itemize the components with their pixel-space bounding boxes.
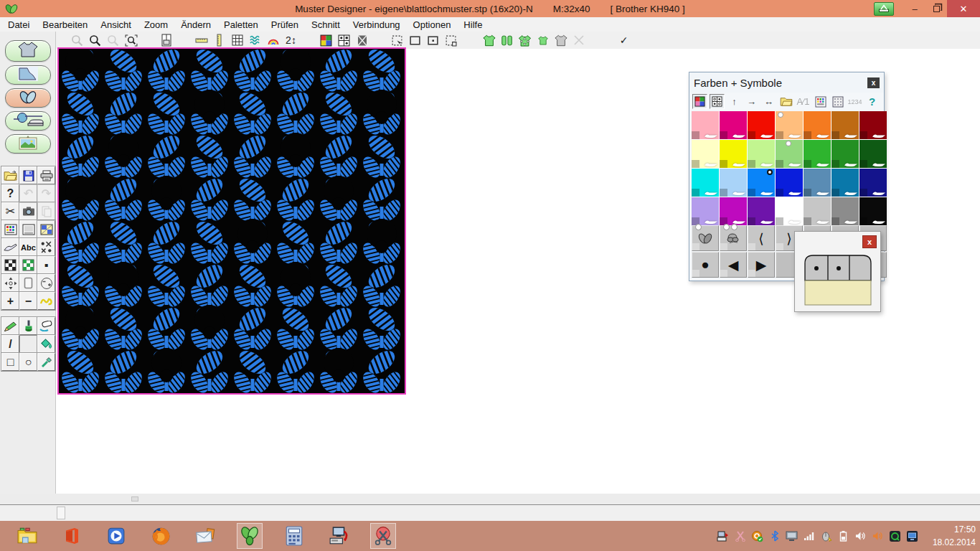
taskbar-app-mail-client[interactable] bbox=[192, 523, 218, 549]
minimize-button[interactable]: – bbox=[904, 0, 925, 17]
pattern-canvas[interactable] bbox=[59, 49, 405, 393]
color-swatch-r2c3[interactable] bbox=[748, 140, 775, 168]
tray-snip-tray-icon[interactable] bbox=[734, 530, 746, 542]
symbols-grid-icon[interactable] bbox=[710, 94, 725, 109]
arrow-swap-dots-icon[interactable]: ↔ bbox=[761, 94, 776, 109]
taskbar-app-pc-connect[interactable] bbox=[326, 523, 352, 549]
color-swatch-r3c7[interactable] bbox=[859, 169, 887, 197]
sort-rows-icon[interactable]: 2↕ bbox=[283, 32, 299, 48]
zoom-minus-icon[interactable]: − bbox=[19, 292, 37, 310]
machine-link-button[interactable] bbox=[874, 2, 894, 16]
color-swatch-r1c5[interactable] bbox=[804, 111, 831, 139]
palette-help-icon[interactable]: ? bbox=[864, 94, 880, 109]
taskbar-app-firefox[interactable] bbox=[148, 523, 174, 549]
color-swatch-r4c5[interactable] bbox=[804, 197, 831, 225]
color-swatch-r4c2[interactable] bbox=[720, 197, 747, 225]
color-swatch-r1c4[interactable] bbox=[776, 111, 803, 139]
menu-verbindung[interactable]: Verbindung bbox=[347, 17, 407, 32]
open-file-icon[interactable] bbox=[1, 166, 19, 184]
color-swatch-r2c1[interactable] bbox=[692, 140, 719, 168]
menu-optionen[interactable]: Optionen bbox=[407, 17, 458, 32]
taskbar-clock[interactable]: 17:50 18.02.2014 bbox=[923, 523, 976, 549]
image-import-button[interactable] bbox=[5, 134, 51, 154]
menu-andern[interactable]: Ändern bbox=[174, 17, 217, 32]
color-swatch-r1c7[interactable] bbox=[859, 111, 887, 139]
ellipse-tool-icon[interactable]: ○ bbox=[19, 353, 37, 371]
fill-bucket-icon[interactable] bbox=[37, 335, 55, 353]
color-swatch-r1c1[interactable] bbox=[692, 111, 719, 139]
rainbow-icon[interactable] bbox=[265, 32, 281, 48]
color-swatch-r3c4[interactable] bbox=[776, 169, 803, 197]
color-swatch-r1c3[interactable] bbox=[748, 111, 775, 139]
color-swatch-r2c4[interactable] bbox=[776, 140, 803, 168]
tray-battery-status-icon[interactable] bbox=[837, 530, 849, 542]
knit-waves-icon[interactable] bbox=[247, 32, 263, 48]
triangle-left-symbol[interactable]: ◀ bbox=[720, 252, 747, 278]
frame-tool-icon[interactable] bbox=[19, 274, 37, 292]
grid-colors-icon[interactable] bbox=[813, 94, 828, 109]
menu-bearbeiten[interactable]: Bearbeiten bbox=[36, 17, 94, 32]
garment-move-icon[interactable] bbox=[517, 32, 533, 48]
snapshot-icon[interactable] bbox=[19, 202, 37, 220]
garment-small-icon[interactable] bbox=[534, 32, 551, 48]
taskbar-app-snipping-tool[interactable] bbox=[370, 523, 396, 549]
tray-media-agent-icon[interactable] bbox=[889, 530, 901, 542]
color-swatch-r3c3[interactable] bbox=[748, 169, 775, 197]
color-swatch-r4c1[interactable] bbox=[692, 197, 719, 225]
folder-open-icon[interactable] bbox=[778, 94, 793, 109]
carriage-symbol[interactable] bbox=[720, 225, 747, 251]
menu-schnitt[interactable]: Schnitt bbox=[305, 17, 347, 32]
shape-editor-button[interactable] bbox=[5, 65, 51, 85]
check-ok-icon[interactable]: ✓ bbox=[616, 32, 632, 48]
tray-loudspeaker-icon[interactable] bbox=[872, 530, 884, 542]
palette-colors-small-icon[interactable] bbox=[1, 220, 19, 238]
palette-plain-small-icon[interactable] bbox=[19, 220, 37, 238]
symbol-tools-icon[interactable] bbox=[37, 238, 55, 256]
palette-titlebar[interactable]: Farben + Symbole x bbox=[689, 72, 884, 93]
dot-symbol[interactable]: ● bbox=[692, 252, 719, 278]
taskbar-app-media-player[interactable] bbox=[103, 523, 129, 549]
menu-datei[interactable]: Datei bbox=[1, 17, 36, 32]
arrow-up-dots-icon[interactable]: ↑ bbox=[727, 94, 742, 109]
garment-gray-icon[interactable] bbox=[552, 32, 569, 48]
ruler-vertical-icon[interactable] bbox=[211, 32, 227, 48]
palette-close-button[interactable]: x bbox=[867, 77, 880, 88]
cabinet-icon[interactable] bbox=[158, 32, 174, 48]
line-tool-icon[interactable]: / bbox=[1, 335, 19, 353]
angle-left-symbol[interactable]: ⟨ bbox=[748, 225, 775, 251]
triangle-right-symbol[interactable]: ▶ bbox=[748, 252, 775, 278]
color-picker-icon[interactable] bbox=[37, 353, 55, 371]
color-swatch-r1c6[interactable] bbox=[831, 111, 859, 139]
taskbar-app-file-explorer[interactable] bbox=[14, 523, 40, 549]
garment-wide-icon[interactable] bbox=[481, 32, 497, 48]
color-swatch-r4c7[interactable] bbox=[859, 197, 887, 225]
zoom-selection-icon[interactable] bbox=[123, 32, 139, 48]
carriage-close-button[interactable]: x bbox=[862, 235, 877, 248]
colors-quad-icon[interactable] bbox=[692, 94, 707, 109]
help-icon[interactable]: ? bbox=[1, 184, 19, 202]
color-swatch-r1c2[interactable] bbox=[720, 111, 747, 139]
text-abc-icon[interactable]: Abc bbox=[19, 238, 37, 256]
grid-icon[interactable] bbox=[229, 32, 245, 48]
ruler-horizontal-icon[interactable] bbox=[193, 32, 209, 48]
garment-double-icon[interactable] bbox=[499, 32, 515, 48]
color-swatch-r2c2[interactable] bbox=[720, 140, 747, 168]
select-lasso-icon[interactable] bbox=[389, 32, 405, 48]
tray-graphics-settings-icon[interactable] bbox=[906, 530, 918, 542]
symbol-palette-grid-icon[interactable] bbox=[336, 32, 352, 48]
color-swatch-r4c4[interactable] bbox=[776, 197, 803, 225]
pencil-icon[interactable] bbox=[1, 317, 19, 335]
leaf-symbol[interactable] bbox=[692, 225, 719, 251]
menu-zoom[interactable]: Zoom bbox=[138, 17, 174, 32]
tray-network-signal-icon[interactable] bbox=[803, 530, 815, 542]
menu-hilfe[interactable]: Hilfe bbox=[457, 17, 489, 32]
tray-volume-icon[interactable] bbox=[854, 530, 867, 542]
color-swatch-r3c2[interactable] bbox=[720, 169, 747, 197]
zoom-plus-icon[interactable]: + bbox=[1, 292, 19, 310]
knit-machine-button[interactable] bbox=[5, 111, 51, 131]
pattern-designer-button[interactable] bbox=[5, 88, 51, 108]
tray-antivirus-status-icon[interactable] bbox=[751, 530, 763, 542]
taskbar-app-muster-designer[interactable] bbox=[237, 523, 263, 549]
taskbar-app-office[interactable] bbox=[59, 523, 85, 549]
select-rect-icon[interactable] bbox=[407, 32, 423, 48]
